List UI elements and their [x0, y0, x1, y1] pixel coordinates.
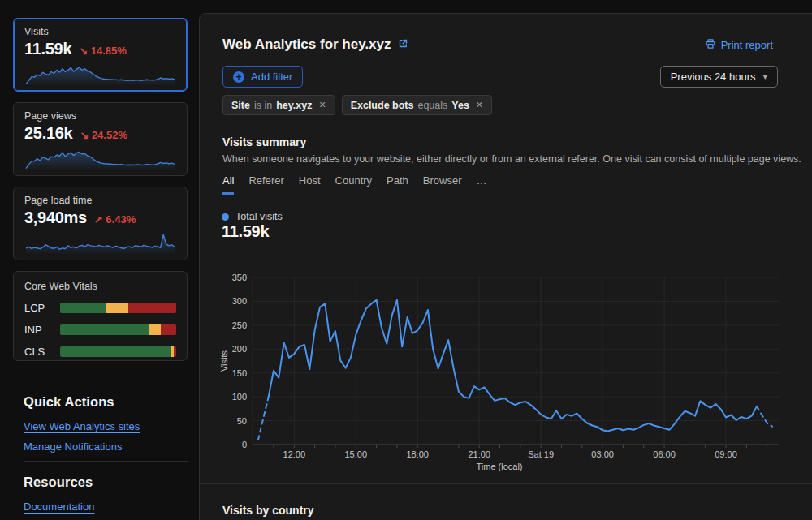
- filter-field: Exclude bots: [351, 100, 414, 111]
- sidebar: Visits11.59k↘ 14.85%Page views25.16k↘ 24…: [0, 0, 199, 520]
- time-range-dropdown[interactable]: Previous 24 hours ▾: [660, 66, 778, 88]
- visits-summary-description: When someone navigates to your website, …: [222, 153, 801, 165]
- svg-text:0: 0: [242, 440, 247, 449]
- resources-links: Documentation: [24, 501, 188, 513]
- filter-operator: equals: [417, 100, 447, 111]
- svg-text:18:00: 18:00: [406, 449, 429, 459]
- stat-card-page-load-time[interactable]: Page load time3,940ms↗ 6.43%: [13, 187, 188, 260]
- tab-browser[interactable]: Browser: [423, 174, 462, 195]
- svg-text:Visits: Visits: [219, 350, 229, 372]
- cwv-metric-label: CLS: [24, 346, 60, 358]
- add-filter-label: Add filter: [251, 71, 292, 83]
- resources-heading: Resources: [24, 475, 188, 490]
- stat-card-value-row: 11.59k↘ 14.85%: [24, 40, 176, 58]
- sidebar-lower-section: Quick Actions View Web Analytics sitesMa…: [24, 394, 188, 520]
- close-icon[interactable]: ✕: [476, 100, 483, 110]
- add-filter-button[interactable]: + Add filter: [222, 66, 303, 88]
- web-analytics-dashboard: Visits11.59k↘ 14.85%Page views25.16k↘ 24…: [0, 0, 812, 520]
- tab-path[interactable]: Path: [387, 174, 408, 195]
- page-load-time-sparkline: [24, 228, 176, 256]
- link-manage-notifications[interactable]: Manage Notifications: [24, 440, 122, 453]
- stat-card-value: 11.59k: [24, 40, 71, 58]
- cwv-segment-needs_improvement: [149, 324, 161, 335]
- cwv-segment-good: [60, 324, 149, 335]
- core-web-vitals-card: Core Web VitalsLCPINPCLS: [13, 271, 188, 361]
- svg-text:Sat 19: Sat 19: [528, 449, 554, 459]
- svg-text:200: 200: [232, 344, 247, 354]
- plus-circle-icon: +: [233, 71, 244, 83]
- cwv-bar: [60, 324, 176, 335]
- print-report-button[interactable]: Print report: [705, 38, 773, 52]
- stat-card-delta: ↗ 6.43%: [94, 213, 136, 226]
- chevron-down-icon: ▾: [762, 71, 767, 82]
- cwv-segment-good: [60, 303, 106, 313]
- visits-summary-title: Visits summary: [222, 135, 306, 148]
- stat-card-title: Visits: [24, 26, 176, 37]
- time-range-label: Previous 24 hours: [671, 71, 756, 83]
- svg-text:15:00: 15:00: [345, 449, 368, 459]
- stat-card-value-row: 3,940ms↗ 6.43%: [24, 208, 176, 227]
- svg-text:21:00: 21:00: [468, 449, 490, 459]
- summary-tabs: AllRefererHostCountryPathBrowser…: [222, 174, 487, 195]
- svg-text:50: 50: [237, 416, 247, 426]
- link-view-web-analytics-sites[interactable]: View Web Analytics sites: [24, 420, 140, 432]
- cwv-bar: [60, 346, 176, 357]
- stat-card-delta: ↘ 14.85%: [79, 45, 127, 57]
- stat-card-visits[interactable]: Visits11.59k↘ 14.85%: [13, 18, 188, 92]
- sparkline-chart: [24, 59, 176, 87]
- legend-label: Total visits: [235, 211, 283, 222]
- tab-country[interactable]: Country: [335, 174, 373, 195]
- svg-text:100: 100: [232, 392, 247, 402]
- cwv-metric-label: INP: [24, 324, 60, 336]
- link-documentation[interactable]: Documentation: [24, 501, 94, 513]
- filter-chips: Siteis inhey.xyz✕Exclude botsequalsYes✕: [222, 95, 492, 115]
- total-visits-value: 11.59k: [222, 222, 269, 241]
- svg-text:12:00: 12:00: [283, 449, 306, 459]
- tab-more[interactable]: …: [477, 174, 487, 195]
- visits-chart: 05010015020025030035012:0015:0018:0021:0…: [219, 267, 788, 476]
- quick-actions-links: View Web Analytics sitesManage Notificat…: [24, 420, 188, 453]
- svg-text:300: 300: [232, 296, 247, 306]
- printer-icon: [705, 38, 716, 52]
- sparkline-chart: [24, 144, 176, 171]
- cwv-metric-label: LCP: [24, 302, 60, 314]
- filter-value: hey.xyz: [276, 100, 312, 111]
- stat-card-value: 25.16k: [24, 124, 72, 143]
- external-link-icon[interactable]: [398, 37, 408, 53]
- filter-chip-site[interactable]: Siteis inhey.xyz✕: [222, 95, 335, 115]
- filters-column: + Add filter Siteis inhey.xyz✕Exclude bo…: [222, 66, 492, 115]
- svg-text:250: 250: [232, 320, 247, 330]
- divider: [24, 461, 188, 462]
- stat-card-page-views[interactable]: Page views25.16k↘ 24.52%: [13, 102, 188, 176]
- filter-value: Yes: [451, 100, 469, 111]
- svg-text:03:00: 03:00: [591, 449, 614, 459]
- svg-text:150: 150: [232, 368, 247, 378]
- print-report-label: Print report: [721, 39, 773, 51]
- svg-text:09:00: 09:00: [715, 449, 737, 459]
- close-icon[interactable]: ✕: [318, 100, 326, 110]
- svg-text:06:00: 06:00: [653, 449, 676, 459]
- sparkline-chart: [24, 228, 176, 256]
- core-web-vitals-title: Core Web Vitals: [24, 281, 176, 292]
- stat-card-value-row: 25.16k↘ 24.52%: [24, 124, 176, 143]
- stat-card-value: 3,940ms: [24, 208, 87, 227]
- page-title: Web Analytics for hey.xyz: [222, 37, 408, 53]
- stat-card-delta: ↘ 24.52%: [80, 129, 127, 141]
- panel-header: Web Analytics for hey.xyz Print report: [222, 37, 773, 53]
- tab-host[interactable]: Host: [299, 174, 321, 195]
- visits-sparkline: [24, 59, 176, 87]
- quick-actions-heading: Quick Actions: [24, 394, 188, 410]
- page-title-text: Web Analytics for hey.xyz: [222, 37, 391, 53]
- cwv-row-lcp: LCP: [24, 302, 176, 314]
- cwv-segment-good: [60, 346, 171, 357]
- main-panel: Web Analytics for hey.xyz Print report: [199, 13, 812, 520]
- tab-all[interactable]: All: [222, 174, 234, 195]
- cwv-row-inp: INP: [24, 324, 176, 336]
- legend-dot-icon: [222, 213, 229, 221]
- filter-field: Site: [231, 100, 250, 111]
- stat-card-title: Page load time: [24, 195, 176, 206]
- cwv-row-cls: CLS: [24, 346, 176, 358]
- chart-legend: Total visits: [222, 211, 283, 222]
- filter-chip-exclude-bots[interactable]: Exclude botsequalsYes✕: [342, 95, 492, 115]
- tab-referer[interactable]: Referer: [248, 174, 283, 195]
